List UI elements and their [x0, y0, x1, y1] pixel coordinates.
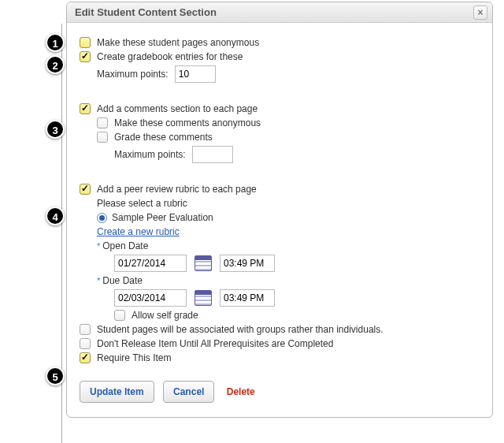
- allow-self-grade-checkbox[interactable]: [114, 310, 125, 321]
- calendar-icon[interactable]: [195, 290, 212, 306]
- due-date-label: Due Date: [102, 275, 143, 286]
- cancel-button[interactable]: Cancel: [163, 381, 214, 403]
- due-date-input[interactable]: [114, 289, 187, 307]
- create-gradebook-label: Create gradebook entries for these: [97, 51, 243, 62]
- dialog-title-text: Edit Student Content Section: [75, 6, 217, 18]
- anonymous-pages-checkbox[interactable]: [80, 37, 91, 48]
- gradebook-max-points-label: Maximum points:: [97, 69, 169, 80]
- open-date-input[interactable]: [114, 255, 187, 272]
- edit-student-content-dialog: Edit Student Content Section × Make thes…: [66, 2, 493, 418]
- select-rubric-label: Please select a rubric: [97, 198, 187, 209]
- require-item-label: Require This Item: [97, 352, 171, 363]
- badge-5: 5: [46, 367, 65, 385]
- gradebook-max-points-input[interactable]: [175, 65, 216, 83]
- open-date-label: Open Date: [102, 240, 148, 251]
- badge-3: 3: [46, 120, 65, 139]
- badge-2: 2: [46, 55, 65, 74]
- delete-button[interactable]: Delete: [224, 382, 258, 402]
- update-item-button[interactable]: Update Item: [80, 381, 154, 403]
- prereq-checkbox[interactable]: [80, 338, 91, 349]
- group-pages-label: Student pages will be associated with gr…: [97, 324, 384, 335]
- add-comments-label: Add a comments section to each page: [97, 103, 258, 114]
- create-gradebook-checkbox[interactable]: [80, 51, 91, 62]
- anonymous-pages-label: Make these student pages anonymous: [97, 37, 259, 48]
- add-peer-review-checkbox[interactable]: [80, 184, 91, 195]
- required-star: *: [97, 276, 100, 285]
- badge-1: 1: [46, 33, 65, 52]
- rubric-option-radio[interactable]: [97, 213, 107, 223]
- close-icon[interactable]: ×: [473, 6, 487, 20]
- create-new-rubric-link[interactable]: Create a new rubric: [97, 226, 180, 237]
- grade-comments-label: Grade these comments: [114, 132, 213, 143]
- prereq-label: Don't Release Item Until All Prerequisit…: [97, 338, 333, 349]
- required-star: *: [97, 241, 100, 251]
- allow-self-grade-label: Allow self grade: [132, 310, 198, 321]
- group-pages-checkbox[interactable]: [80, 324, 91, 335]
- anon-comments-checkbox[interactable]: [97, 117, 108, 128]
- add-comments-checkbox[interactable]: [80, 103, 91, 114]
- rubric-option-label: Sample Peer Evaluation: [112, 212, 213, 223]
- anon-comments-label: Make these comments anonymous: [114, 117, 261, 128]
- calendar-icon[interactable]: [195, 255, 212, 271]
- dialog-title-bar: Edit Student Content Section ×: [67, 2, 492, 23]
- due-time-input[interactable]: [220, 289, 275, 307]
- require-item-checkbox[interactable]: [80, 352, 91, 363]
- open-time-input[interactable]: [220, 255, 275, 272]
- grade-comments-checkbox[interactable]: [97, 132, 108, 143]
- comments-max-points-input[interactable]: [192, 146, 233, 163]
- add-peer-review-label: Add a peer review rubric to each page: [97, 184, 257, 195]
- comments-max-points-label: Maximum points:: [114, 149, 186, 160]
- badge-4: 4: [46, 207, 65, 225]
